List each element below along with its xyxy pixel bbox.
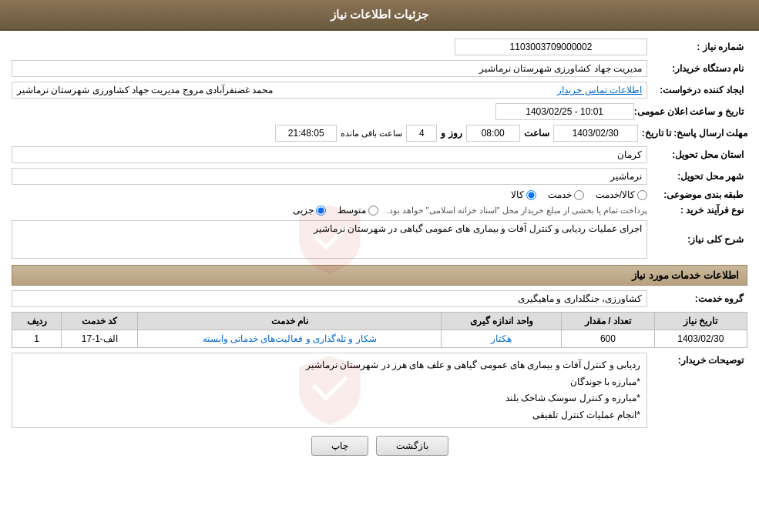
print-button[interactable]: چاپ [311,436,368,456]
table-row: 1403/02/30 600 هکتار شکار و تله‌گذاری و … [12,330,747,348]
need-number-value: 1103003709000002 [455,38,647,55]
page-title: جزئیات اطلاعات نیاز [331,8,428,21]
col-date: تاریخ نیاز [654,313,747,330]
purchase-type-container: پرداخت تمام یا بخشی از مبلغ خریداز محل "… [12,205,647,216]
category-kala-khidmat: کالا/خدمت [596,189,647,200]
buyer-desc-value: ردیابی و کنترل آفات و بیماری های عمومی گ… [12,353,647,428]
city-value: نرماشیر [12,168,647,185]
col-count: تعداد / مقدار [562,313,654,330]
category-radio-kala[interactable] [526,190,536,200]
category-radio-khidmat[interactable] [574,190,584,200]
province-value: کرمان [12,146,647,163]
need-number-label: شماره نیاز : [647,42,747,52]
creator-value: اطلاعات تماس خریدار محمد غضنفرآبادی مروج… [12,82,647,99]
description-value: اجرای عملیات ردیابی و کنترل آفات و بیمار… [12,220,647,259]
services-table: تاریخ نیاز تعداد / مقدار واحد اندازه گیر… [12,312,747,348]
announce-date-value: 1403/02/25 - 10:01 [495,103,634,120]
description-label: شرح کلی نیاز: [647,234,747,245]
cell-row: 1 [12,330,62,348]
cell-count: 600 [562,330,654,348]
response-time-label: ساعت [524,128,549,139]
category-label: طبقه بندی موضوعی: [647,189,747,200]
purchase-radio-mutawassit[interactable] [368,206,378,216]
announce-date-label: تاریخ و ساعت اعلان عمومی: [634,106,747,117]
purchase-radio-jozi[interactable] [316,206,326,216]
buttons-row: بازگشت چاپ [12,436,747,456]
response-remaining-label: ساعت باقی مانده [341,129,402,139]
col-name: نام خدمت [138,313,442,330]
buyer-desc-line: ردیابی و کنترل آفات و بیماری های عمومی گ… [18,357,640,374]
purchase-type-note: پرداخت تمام یا بخشی از مبلغ خریداز محل "… [386,206,647,216]
service-group-label: گروه خدمت: [647,293,747,304]
cell-unit[interactable]: هکتار [442,330,562,348]
buyer-desc-lines: ردیابی و کنترل آفات و بیماری های عمومی گ… [18,357,640,423]
buyer-description-section: توصیحات خریدار: ردیابی و کنترل آفات و بی… [12,353,747,428]
city-label: شهر محل تحویل: [647,171,747,182]
buyer-desc-label: توصیحات خریدار: [647,353,747,366]
buyer-desc-line: *مبارزه و کنترل سوسک شاخک بلند [18,390,640,407]
category-options: کالا/خدمت خدمت کالا [12,189,647,200]
col-unit: واحد اندازه گیری [442,313,562,330]
creator-name: محمد غضنفرآبادی مروج مدیریت جهاد کشاورزی… [17,85,273,95]
buyer-desc-line: *مبارزه با جوندگان [18,374,640,391]
province-label: استان محل تحویل: [647,149,747,160]
table-header-row: تاریخ نیاز تعداد / مقدار واحد اندازه گیر… [12,313,747,330]
col-row: ردیف [12,313,62,330]
buyer-desc-line: *انجام عملیات کنترل تلفیقی [18,407,640,424]
back-button[interactable]: بازگشت [376,436,448,456]
cell-date: 1403/02/30 [654,330,747,348]
creator-label: ایجاد کننده درخواست: [647,85,747,95]
response-day-value: 4 [406,125,437,142]
purchase-options: متوسط جزیی [293,205,378,216]
purchase-jozi: جزیی [293,205,326,216]
cell-code: الف-1-17 [62,330,138,348]
response-date-value: 1403/02/30 [553,125,638,142]
description-text: اجرای عملیات ردیابی و کنترل آفات و بیمار… [314,223,642,234]
services-section-header: اطلاعات خدمات مورد نیاز [12,265,747,286]
category-khidmat: خدمت [548,189,584,200]
buyer-name-label: نام دستگاه خریدار: [647,63,747,74]
category-kala: کالا [511,189,536,200]
purchase-type-label: نوع فرآیند خرید : [647,205,747,216]
buyer-name-value: مدیریت جهاد کشاورزی شهرستان نرماشیر [12,60,647,77]
creator-link[interactable]: اطلاعات تماس خریدار [557,85,642,95]
response-deadline-label: مهلت ارسال پاسخ: تا تاریخ: [642,128,747,139]
purchase-mutawassit: متوسط [338,205,378,216]
cell-name: شکار و تله‌گذاری و فعالیت‌های خدماتی واب… [138,330,442,348]
services-title: اطلاعات خدمات مورد نیاز [632,269,739,281]
response-time-value: 08:00 [466,125,520,142]
response-remaining-value: 21:48:05 [275,125,337,142]
category-radio-kala-khidmat[interactable] [637,190,647,200]
page-header: جزئیات اطلاعات نیاز [0,0,759,31]
service-group-value: کشاورزی، جنگلداری و ماهیگیری [12,290,647,307]
col-code: کد خدمت [62,313,138,330]
response-day-label: روز و [441,128,462,139]
